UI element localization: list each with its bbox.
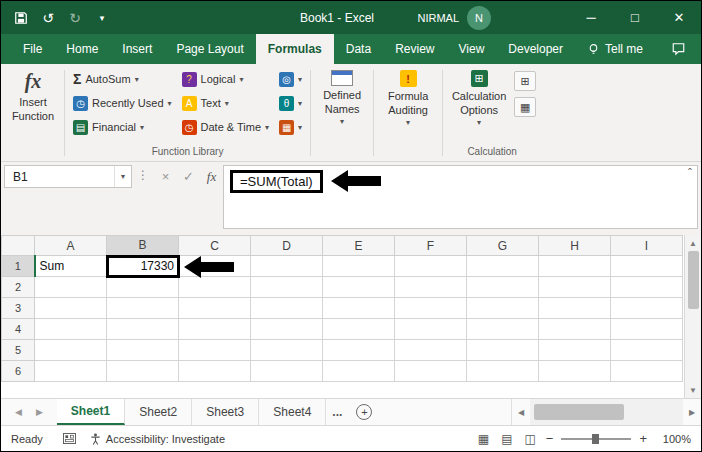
scroll-up-icon[interactable]: ▲ [685, 235, 701, 251]
row-header-1[interactable]: 1 [2, 256, 35, 277]
tab-page-layout[interactable]: Page Layout [164, 34, 255, 64]
new-sheet-button[interactable]: + [356, 404, 372, 420]
sheet-tab-sheet3[interactable]: Sheet3 [192, 399, 259, 425]
cell[interactable] [251, 277, 323, 298]
cell[interactable] [611, 277, 683, 298]
formula-auditing-button[interactable]: ! Formula Auditing ▾ [377, 67, 439, 130]
column-header-c[interactable]: C [179, 236, 251, 256]
cell[interactable] [35, 298, 107, 319]
row-header-6[interactable]: 6 [2, 361, 35, 382]
calculate-sheet-button[interactable]: ▦ [514, 97, 536, 117]
recently-used-button[interactable]: ◷ Recently Used ▾ [68, 91, 177, 115]
column-header-f[interactable]: F [395, 236, 467, 256]
column-header-e[interactable]: E [323, 236, 395, 256]
vertical-scrollbar[interactable]: ▲ ▼ [684, 235, 701, 398]
cell[interactable] [395, 340, 467, 361]
zoom-slider-thumb[interactable] [592, 434, 599, 444]
column-header-i[interactable]: I [611, 236, 683, 256]
cell[interactable] [179, 277, 251, 298]
page-layout-view-icon[interactable]: ▤ [501, 432, 512, 446]
page-break-preview-icon[interactable]: ◫ [524, 432, 535, 446]
column-header-h[interactable]: H [539, 236, 611, 256]
sheet-tab-sheet4[interactable]: Sheet4 [259, 399, 326, 425]
more-functions-button[interactable]: ▦ ▾ [274, 115, 307, 139]
zoom-slider[interactable] [561, 438, 631, 440]
cell[interactable] [323, 256, 395, 277]
cell[interactable] [179, 361, 251, 382]
scroll-left-icon[interactable]: ◀ [512, 408, 530, 417]
cell[interactable] [251, 298, 323, 319]
cell[interactable] [395, 361, 467, 382]
calculate-now-button[interactable]: ⊞ [514, 71, 536, 91]
cell[interactable] [179, 319, 251, 340]
row-header-5[interactable]: 5 [2, 340, 35, 361]
sheet-tab-sheet2[interactable]: Sheet2 [125, 399, 192, 425]
autosum-button[interactable]: Σ AutoSum ▾ [68, 67, 177, 91]
cell[interactable] [107, 319, 179, 340]
tab-view[interactable]: View [447, 34, 497, 64]
cell[interactable] [251, 361, 323, 382]
cell[interactable] [35, 319, 107, 340]
cell[interactable] [107, 277, 179, 298]
column-header-g[interactable]: G [467, 236, 539, 256]
name-box-chevron-icon[interactable]: ▾ [114, 166, 131, 187]
tab-data[interactable]: Data [334, 34, 383, 64]
comments-icon[interactable] [655, 34, 702, 64]
zoom-level[interactable]: 100% [657, 433, 691, 445]
zoom-in-icon[interactable]: + [639, 431, 647, 446]
cell[interactable] [539, 319, 611, 340]
cell[interactable] [611, 298, 683, 319]
maximize-button[interactable]: □ [613, 1, 657, 34]
cell-b1-selected[interactable]: 17330 [107, 256, 179, 277]
cell[interactable] [251, 340, 323, 361]
cell[interactable] [539, 256, 611, 277]
cell[interactable] [35, 277, 107, 298]
column-header-a[interactable]: A [35, 236, 107, 256]
sheet-tabs-overflow[interactable]: ... [326, 399, 348, 425]
scroll-down-icon[interactable]: ▼ [685, 382, 701, 398]
row-header-4[interactable]: 4 [2, 319, 35, 340]
cell[interactable] [539, 298, 611, 319]
cell[interactable] [539, 340, 611, 361]
normal-view-icon[interactable]: ▦ [478, 432, 489, 446]
worksheet-grid[interactable]: A B C D E F G H I 1 Sum 17330 2 [1, 235, 684, 398]
cell[interactable] [467, 298, 539, 319]
cell[interactable] [467, 340, 539, 361]
collapse-formula-bar-icon[interactable]: ˆ [688, 167, 692, 181]
column-header-b[interactable]: B [107, 236, 179, 256]
user-avatar[interactable]: N [467, 6, 491, 30]
cell[interactable] [107, 361, 179, 382]
tab-home[interactable]: Home [54, 34, 110, 64]
cell[interactable] [35, 361, 107, 382]
tab-file[interactable]: File [11, 34, 54, 64]
name-box[interactable]: B1 ▾ [4, 165, 132, 188]
customize-quick-access-icon[interactable]: ▾ [94, 10, 110, 26]
text-button[interactable]: A Text ▾ [177, 91, 275, 115]
zoom-out-icon[interactable]: − [546, 431, 554, 446]
cell[interactable] [395, 277, 467, 298]
cell[interactable] [395, 256, 467, 277]
financial-button[interactable]: ▤ Financial ▾ [68, 115, 177, 139]
cell[interactable] [179, 298, 251, 319]
cell[interactable] [323, 361, 395, 382]
cell[interactable] [179, 340, 251, 361]
cell[interactable] [611, 361, 683, 382]
insert-function-button[interactable]: fx Insert Function [5, 67, 61, 127]
accessibility-status[interactable]: Accessibility: Investigate [84, 433, 231, 445]
lookup-reference-button[interactable]: ◎ ▾ [274, 67, 307, 91]
cell[interactable] [611, 256, 683, 277]
horizontal-scroll-thumb[interactable] [534, 404, 624, 420]
previous-sheet-icon[interactable]: ◀ [15, 407, 22, 417]
undo-icon[interactable]: ↺ [40, 10, 56, 26]
cell[interactable] [539, 361, 611, 382]
row-header-2[interactable]: 2 [2, 277, 35, 298]
insert-function-fx-icon[interactable]: fx [200, 165, 223, 188]
cell[interactable] [395, 298, 467, 319]
formula-bar-input[interactable]: =SUM(Total) ˆ [223, 165, 698, 229]
enter-entry-icon[interactable]: ✓ [177, 165, 200, 188]
close-button[interactable]: ✕ [657, 1, 701, 34]
cell[interactable] [323, 319, 395, 340]
date-time-button[interactable]: ◷ Date & Time ▾ [177, 115, 275, 139]
horizontal-scrollbar[interactable]: ◀ ▶ [511, 399, 701, 425]
row-header-3[interactable]: 3 [2, 298, 35, 319]
